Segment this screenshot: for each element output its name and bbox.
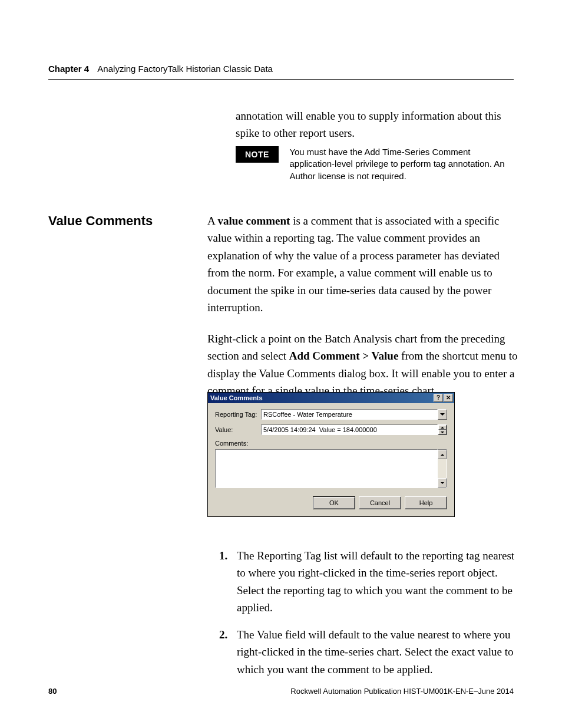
note-badge: NOTE <box>236 146 279 163</box>
chevron-up-icon <box>441 427 444 429</box>
reporting-tag-row: Reporting Tag: <box>215 409 447 420</box>
dialog-titlebar[interactable]: Value Comments ? ✕ <box>208 393 454 403</box>
chapter-label: Chapter 4 <box>48 64 89 74</box>
spinner-down-button[interactable] <box>438 430 447 434</box>
scroll-down-button[interactable] <box>438 478 447 487</box>
chevron-down-icon <box>441 431 444 433</box>
para-a-bold: value comment <box>217 215 290 227</box>
para-a-pre: A <box>207 215 217 227</box>
page-number: 80 <box>48 687 57 696</box>
chevron-up-icon <box>441 454 444 456</box>
list-text: The Reporting Tag list will default to t… <box>237 547 518 617</box>
header-rule <box>48 79 514 80</box>
page: Chapter 4 Analyzing FactoryTalk Historia… <box>0 0 562 728</box>
spinner-up-button[interactable] <box>438 425 447 430</box>
help-icon[interactable]: ? <box>434 394 443 402</box>
dialog-title: Value Comments <box>210 394 263 401</box>
scroll-up-button[interactable] <box>438 450 447 459</box>
list-item: 2. The Value field will default to the v… <box>219 626 518 678</box>
section-heading: Value Comments <box>48 213 153 229</box>
help-button[interactable]: Help <box>405 496 447 509</box>
list-number: 2. <box>219 626 237 678</box>
comments-scrollbar[interactable] <box>438 449 447 488</box>
comments-textarea[interactable] <box>215 449 438 488</box>
reporting-tag-input[interactable] <box>261 409 438 420</box>
cancel-button[interactable]: Cancel <box>359 496 401 509</box>
reporting-tag-label: Reporting Tag: <box>215 411 261 418</box>
value-label: Value: <box>215 426 261 433</box>
publication-info: Rockwell Automation Publication HIST-UM0… <box>290 687 514 696</box>
comments-area <box>215 449 447 488</box>
note-block: NOTE You must have the Add Time-Series C… <box>236 146 518 182</box>
value-spinner[interactable] <box>438 424 447 435</box>
chevron-down-icon <box>441 482 444 484</box>
ok-button[interactable]: OK <box>313 496 355 509</box>
numbered-list: 1. The Reporting Tag list will default t… <box>219 547 518 687</box>
comments-label: Comments: <box>215 440 447 447</box>
value-comments-dialog: Value Comments ? ✕ Reporting Tag: Value: <box>207 392 455 517</box>
scroll-track[interactable] <box>438 459 447 478</box>
chevron-down-icon <box>440 413 445 416</box>
instruction-paragraph: Right-click a point on the Batch Analysi… <box>207 330 518 400</box>
titlebar-buttons: ? ✕ <box>434 394 453 402</box>
page-footer: 80 Rockwell Automation Publication HIST-… <box>48 687 514 696</box>
chapter-title: Analyzing FactoryTalk Historian Classic … <box>97 64 273 74</box>
list-number: 1. <box>219 547 237 617</box>
list-text: The Value field will default to the valu… <box>237 626 518 678</box>
reporting-tag-dropdown-button[interactable] <box>438 409 447 420</box>
list-item: 1. The Reporting Tag list will default t… <box>219 547 518 617</box>
para-b-bold: Add Comment > Value <box>289 350 399 362</box>
para-a-post: is a comment that is associated with a s… <box>207 215 500 314</box>
dialog-button-row: OK Cancel Help <box>215 496 447 509</box>
page-header: Chapter 4 Analyzing FactoryTalk Historia… <box>48 64 514 74</box>
value-input[interactable] <box>261 424 438 435</box>
value-comment-definition-paragraph: A value comment is a comment that is ass… <box>207 212 518 317</box>
value-row: Value: <box>215 424 447 435</box>
intro-paragraph: annotation will enable you to supply inf… <box>236 108 518 141</box>
dialog-body: Reporting Tag: Value: Co <box>208 403 454 516</box>
close-icon[interactable]: ✕ <box>444 394 453 402</box>
note-text: You must have the Add Time-Series Commen… <box>289 146 513 182</box>
